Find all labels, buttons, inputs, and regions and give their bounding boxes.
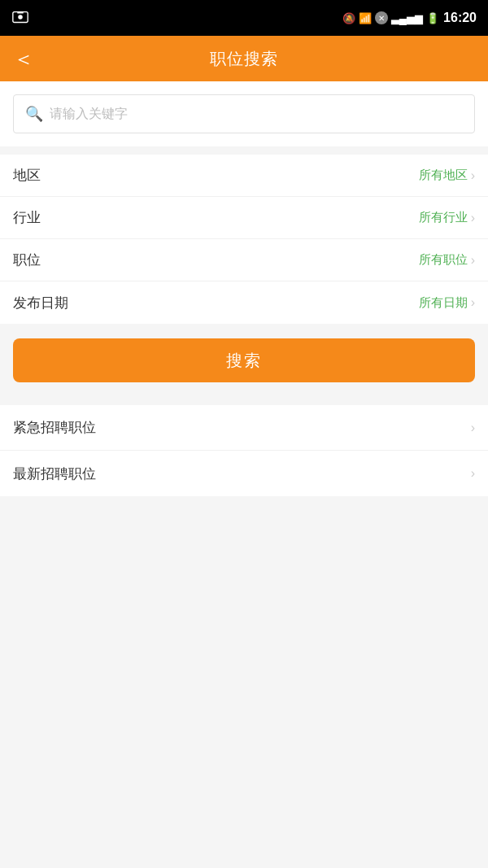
page-title: 职位搜索 [210, 48, 278, 70]
filter-arrow-date: › [471, 295, 475, 310]
screen-icon [11, 9, 29, 27]
filters-section: 地区 所有地区 › 行业 所有行业 › 职位 所有职位 › 发布日期 所有日期 … [0, 155, 488, 324]
filter-value-industry: 所有行业 [419, 210, 468, 225]
filter-value-wrap-date: 所有日期 › [419, 295, 475, 311]
battery-icon: 🔋 [426, 12, 439, 24]
filter-row-industry[interactable]: 行业 所有行业 › [0, 197, 488, 239]
filter-label-position: 职位 [13, 251, 41, 269]
filter-arrow-position: › [471, 253, 475, 268]
signal-icon: ▃▄▅▆ [391, 12, 423, 24]
filter-arrow-industry: › [471, 211, 475, 225]
filter-label-area: 地区 [13, 166, 41, 185]
quick-link-urgent-label: 紧急招聘职位 [13, 418, 96, 437]
search-box[interactable]: 🔍 [13, 94, 475, 133]
search-section: 🔍 [0, 81, 488, 146]
status-left [11, 9, 29, 27]
filter-arrow-area: › [471, 168, 475, 183]
quick-link-urgent[interactable]: 紧急招聘职位 › [0, 405, 488, 451]
filter-value-date: 所有日期 [419, 295, 468, 311]
quick-link-latest[interactable]: 最新招聘职位 › [0, 451, 488, 496]
filter-value-area: 所有地区 [419, 168, 468, 183]
quick-links: 紧急招聘职位 › 最新招聘职位 › [0, 405, 488, 496]
filter-value-wrap-position: 所有职位 › [419, 252, 475, 268]
back-button[interactable]: ＜ [13, 48, 34, 69]
svg-rect-2 [17, 12, 23, 14]
filter-value-position: 所有职位 [419, 252, 468, 268]
filter-value-wrap-industry: 所有行业 › [419, 210, 475, 225]
filter-row-position[interactable]: 职位 所有职位 › [0, 239, 488, 281]
header: ＜ 职位搜索 [0, 36, 488, 81]
status-icons: 🔕 📶 ✕ ▃▄▅▆ 🔋 [342, 11, 439, 24]
quick-link-urgent-arrow: › [471, 421, 475, 435]
x-circle-icon: ✕ [375, 11, 388, 24]
status-time: 16:20 [443, 11, 477, 25]
wifi-icon: 📶 [359, 12, 372, 24]
bottom-area [0, 496, 488, 659]
filter-row-area[interactable]: 地区 所有地区 › [0, 155, 488, 197]
search-btn-section: 搜索 [0, 324, 488, 397]
svg-point-1 [18, 15, 23, 19]
search-icon: 🔍 [25, 105, 43, 123]
mute-icon: 🔕 [342, 12, 355, 24]
status-bar: 🔕 📶 ✕ ▃▄▅▆ 🔋 16:20 [0, 0, 488, 36]
search-button[interactable]: 搜索 [13, 338, 475, 382]
search-input[interactable] [50, 107, 463, 121]
filter-value-wrap-area: 所有地区 › [419, 168, 475, 183]
filter-row-date[interactable]: 发布日期 所有日期 › [0, 281, 488, 324]
status-right: 🔕 📶 ✕ ▃▄▅▆ 🔋 16:20 [342, 11, 477, 25]
filter-label-date: 发布日期 [13, 294, 68, 312]
quick-link-latest-label: 最新招聘职位 [13, 465, 96, 483]
filter-label-industry: 行业 [13, 208, 41, 227]
quick-link-latest-arrow: › [471, 466, 475, 481]
